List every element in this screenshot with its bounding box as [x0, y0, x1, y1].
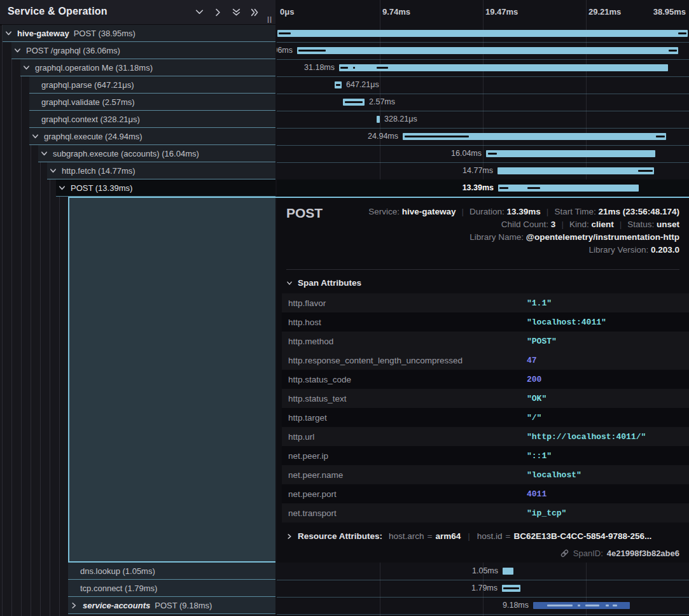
span-timeline-row[interactable]: 14.77ms [277, 162, 689, 180]
span-duration-bar[interactable] [486, 150, 655, 157]
attribute-key: http.target [288, 413, 527, 423]
span-operation-name: subgraph.execute (accounts) (16.04ms) [53, 149, 199, 158]
attribute-row: http.response_content_length_uncompresse… [282, 351, 689, 370]
chevron-right-icon [286, 533, 293, 540]
span-service-name: service-accounts [83, 601, 150, 610]
double-chevron-right-icon[interactable] [250, 8, 260, 17]
span-row[interactable]: graphql.context (328.21μs) [0, 111, 275, 128]
chevron-down-icon[interactable] [32, 133, 39, 140]
attribute-row: net.transport"ip_tcp" [282, 503, 689, 522]
span-timeline-row[interactable]: 31.18ms [277, 59, 689, 77]
span-row-name[interactable]: dns.lookup (1.05ms) [68, 563, 275, 580]
overview-value: client [591, 220, 613, 229]
link-icon[interactable] [560, 549, 569, 558]
attribute-value: 200 [527, 375, 541, 384]
span-row-name[interactable]: POST /graphql (36.06ms) [11, 42, 275, 59]
span-row-name[interactable]: graphql.operation Me (31.18ms) [20, 59, 275, 76]
span-row-name[interactable]: graphql.validate (2.57ms) [29, 94, 275, 111]
overview-label: Kind: [569, 220, 592, 229]
resource-separator: | [468, 531, 470, 541]
attribute-value: "/" [527, 413, 541, 423]
span-timeline-row[interactable]: 647.21μs [277, 76, 689, 94]
span-row-name[interactable]: graphql.parse (647.21μs) [29, 76, 275, 94]
timeline-tick-label: 38.95ms [653, 7, 686, 17]
double-chevron-down-icon[interactable] [232, 8, 241, 17]
span-row[interactable]: graphql.execute (24.94ms) [0, 128, 275, 145]
span-id-value: 4e21998f3b82abe6 [607, 549, 679, 558]
resource-attributes-row[interactable]: Resource Attributes: host.arch=arm64|hos… [286, 531, 651, 541]
span-duration-label: 647.21μs [346, 80, 379, 89]
span-row[interactable]: graphql.validate (2.57ms) [0, 94, 275, 111]
span-timeline-row[interactable]: 9.18ms [277, 597, 689, 615]
span-timeline-row[interactable]: 328.21μs [277, 111, 689, 129]
chevron-down-icon[interactable] [14, 47, 21, 54]
span-duration-label: 14.77ms [463, 166, 493, 175]
span-timeline-row[interactable] [277, 25, 689, 43]
span-row[interactable]: hive-gatewayPOST (38.95ms) [0, 25, 275, 42]
span-duration-bar[interactable] [502, 585, 520, 592]
span-duration-bar[interactable] [377, 116, 380, 123]
span-row[interactable]: service-accountsPOST (9.18ms) [0, 597, 275, 614]
span-row-name[interactable]: POST (13.39ms) [56, 179, 275, 197]
span-row[interactable]: graphql.operation Me (31.18ms) [0, 59, 275, 76]
span-row-name[interactable]: subgraph.execute (accounts) (16.04ms) [38, 145, 275, 162]
span-timeline-row[interactable]: 2.57ms [277, 94, 689, 111]
span-row[interactable]: POST /graphql (36.06ms) [0, 42, 275, 59]
span-duration-bar[interactable] [335, 81, 342, 88]
span-row[interactable]: tcp.connect (1.79ms) [0, 580, 275, 597]
panel-drag-handle[interactable]: || [267, 15, 272, 23]
resource-key: host.arch [389, 531, 424, 541]
span-timeline-row[interactable]: 1.05ms [277, 563, 689, 580]
child-span-marker [345, 101, 363, 103]
span-duration-bar[interactable] [343, 99, 365, 106]
span-row-name[interactable]: graphql.context (328.21μs) [29, 111, 275, 128]
span-duration-bar[interactable] [339, 64, 668, 71]
span-row[interactable]: POST (13.39ms) [0, 179, 275, 197]
span-duration-label: 9.18ms [503, 601, 529, 610]
span-attributes-section-toggle[interactable]: Span Attributes [286, 278, 361, 288]
span-timeline-row[interactable]: 1.79ms [277, 580, 689, 598]
span-row-name[interactable]: tcp.connect (1.79ms) [68, 580, 275, 597]
span-row[interactable]: dns.lookup (1.05ms) [0, 563, 275, 580]
span-title: POST [286, 206, 323, 221]
child-span-marker [353, 67, 355, 69]
span-row-name[interactable]: hive-gatewayPOST (38.95ms) [3, 25, 275, 42]
overview-value: 3 [551, 220, 556, 229]
chevron-down-icon[interactable] [23, 64, 30, 71]
resource-attributes-title: Resource Attributes: [298, 531, 382, 541]
span-duration-bar[interactable] [277, 30, 688, 37]
span-duration-bar[interactable] [498, 185, 639, 192]
attribute-value: "POST" [527, 337, 557, 346]
overview-value: unset [657, 220, 679, 229]
span-duration-bar[interactable] [403, 133, 666, 140]
span-operation-name: graphql.validate (2.57ms) [41, 97, 135, 107]
span-row-name[interactable]: http.fetch (14.77ms) [47, 162, 275, 179]
span-timeline-row[interactable]: 24.94ms [277, 128, 689, 146]
span-duration-bar[interactable] [297, 47, 678, 54]
span-row[interactable]: http.fetch (14.77ms) [0, 162, 275, 179]
span-row-name[interactable]: service-accountsPOST (9.18ms) [68, 597, 275, 614]
span-duration-bar[interactable] [503, 568, 513, 575]
chevron-right-icon[interactable] [71, 602, 78, 609]
attribute-key: net.peer.port [288, 489, 527, 499]
span-row[interactable]: subgraph.execute (accounts) (16.04ms) [0, 145, 275, 162]
chevron-down-icon[interactable] [5, 30, 12, 37]
child-span-marker [340, 67, 348, 69]
overview-separator: | [561, 220, 564, 229]
chevron-down-icon[interactable] [195, 8, 204, 17]
span-duration-label: 24.94ms [368, 132, 398, 141]
chevron-down-icon[interactable] [59, 185, 66, 192]
span-operation-name: graphql.execute (24.94ms) [44, 132, 143, 141]
span-timeline-row[interactable]: 16.04ms [277, 145, 689, 163]
span-timeline-row[interactable]: 36.06ms [277, 42, 689, 60]
child-span-marker [336, 84, 340, 86]
span-row[interactable]: graphql.parse (647.21μs) [0, 76, 275, 94]
chevron-right-icon[interactable] [213, 8, 223, 17]
span-duration-label: 13.39ms [463, 183, 494, 192]
span-timeline-row[interactable]: 13.39ms [277, 179, 689, 197]
span-duration-bar[interactable] [498, 167, 654, 174]
chevron-down-icon[interactable] [50, 167, 57, 174]
chevron-down-icon[interactable] [41, 150, 48, 157]
span-row-name[interactable]: graphql.execute (24.94ms) [29, 128, 275, 145]
span-duration-bar[interactable] [533, 602, 630, 609]
